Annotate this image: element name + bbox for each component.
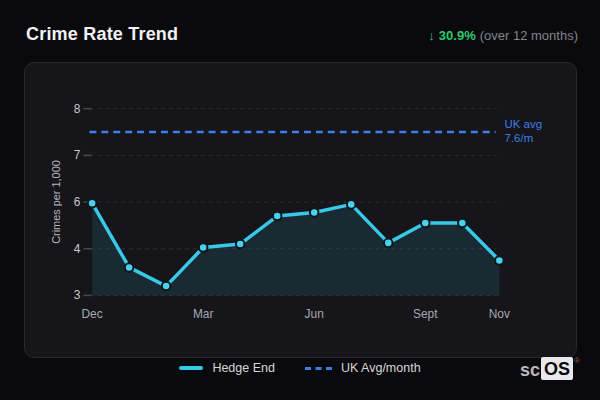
data-point[interactable] <box>88 199 97 208</box>
delta-percent: 30.9% <box>439 28 476 43</box>
dashed-line-swatch-icon <box>305 367 332 370</box>
x-tick-label: Jun <box>305 307 324 321</box>
data-point[interactable] <box>458 219 467 228</box>
y-tick-label: 6 <box>74 195 81 209</box>
uk-avg-label: UK avg <box>505 118 542 130</box>
data-point[interactable] <box>384 239 393 248</box>
trend-delta-badge: ↓ 30.9% (over 12 months) <box>428 28 578 43</box>
page-title: Crime Rate Trend <box>26 24 178 45</box>
line-chart-canvas[interactable]: 87643Crimes per 1,000UK avg7.6/mDecMarJu… <box>25 63 576 357</box>
screen: { "header": { "title": "Crime Rate Trend… <box>0 0 600 400</box>
x-tick-label: Mar <box>193 307 214 321</box>
data-point[interactable] <box>347 200 356 209</box>
data-point[interactable] <box>199 243 208 252</box>
chart-card: 87643Crimes per 1,000UK avg7.6/mDecMarJu… <box>24 62 577 358</box>
series-area-fill <box>92 203 499 295</box>
header: Crime Rate Trend ↓ 30.9% (over 12 months… <box>26 24 578 45</box>
uk-avg-label: 7.6/m <box>505 132 534 144</box>
legend-label: UK Avg/month <box>341 361 421 375</box>
delta-caption: (over 12 months) <box>480 28 578 43</box>
y-axis-title: Crimes per 1,000 <box>50 160 62 244</box>
logo-suffix: OS <box>541 357 573 380</box>
chart-legend: Hedge End UK Avg/month <box>0 357 600 379</box>
x-tick-label: Sept <box>413 307 438 321</box>
legend-label: Hedge End <box>212 361 275 375</box>
data-point[interactable] <box>273 212 282 221</box>
data-point[interactable] <box>125 263 134 272</box>
x-tick-label: Nov <box>489 307 510 321</box>
scos-logo: sc OS ® <box>520 357 580 380</box>
arrow-down-icon: ↓ <box>428 28 435 43</box>
y-tick-label: 4 <box>74 242 81 256</box>
y-tick-label: 7 <box>74 148 81 162</box>
y-tick-label: 3 <box>74 288 81 302</box>
y-tick-label: 8 <box>74 102 81 116</box>
legend-item-hedge-end[interactable]: Hedge End <box>179 361 275 375</box>
data-point[interactable] <box>162 282 171 291</box>
registered-trademark-icon: ® <box>574 357 580 365</box>
data-point[interactable] <box>421 219 430 228</box>
logo-prefix: sc <box>520 357 540 379</box>
x-tick-label: Dec <box>82 307 103 321</box>
legend-item-uk-avg[interactable]: UK Avg/month <box>305 361 421 375</box>
solid-line-swatch-icon <box>179 366 203 370</box>
data-point[interactable] <box>310 208 319 217</box>
data-point[interactable] <box>495 256 504 265</box>
data-point[interactable] <box>236 240 245 249</box>
